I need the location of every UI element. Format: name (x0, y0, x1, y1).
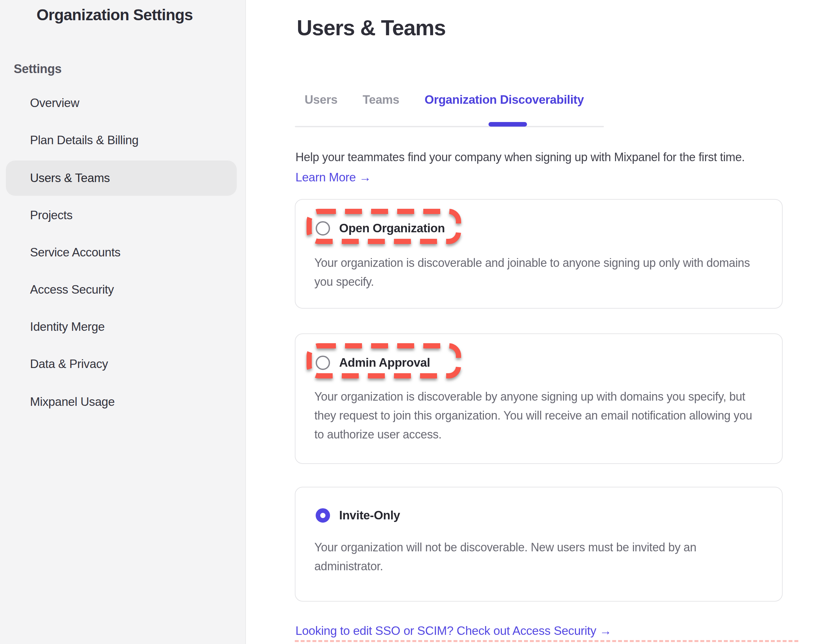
sidebar-item-users-teams[interactable]: Users & Teams (6, 161, 237, 196)
sidebar-item-label: Overview (30, 96, 79, 110)
radio-unselected-icon[interactable] (316, 221, 330, 236)
sidebar-item-plan-details-billing[interactable]: Plan Details & Billing (6, 123, 237, 158)
tab-teams[interactable]: Teams (363, 93, 399, 107)
option-description: Your organization will not be discoverab… (314, 538, 758, 576)
sidebar-section-label: Settings (14, 62, 62, 77)
access-security-link[interactable]: Looking to edit SSO or SCIM? Check out A… (295, 624, 612, 638)
sidebar-item-projects[interactable]: Projects (6, 198, 237, 233)
sidebar-item-label: Mixpanel Usage (30, 395, 115, 409)
sidebar-item-label: Users & Teams (30, 171, 110, 185)
sidebar-item-overview[interactable]: Overview (6, 86, 237, 121)
option-card-invite-only: Invite-Only Your organization will not b… (295, 487, 783, 602)
option-label: Open Organization (339, 221, 445, 236)
radio-selected-icon[interactable] (316, 508, 330, 523)
tab-organization-discoverability[interactable]: Organization Discoverability (424, 93, 584, 107)
sidebar-item-label: Projects (30, 208, 72, 222)
intro-text: Help your teammates find your company wh… (295, 151, 827, 164)
cropped-annotation-edge (295, 640, 798, 642)
option-card-open-organization: Open Organization Your organization is d… (295, 199, 783, 309)
sidebar-item-service-accounts[interactable]: Service Accounts (6, 235, 237, 270)
sidebar-item-label: Service Accounts (30, 245, 120, 260)
page-title: Users & Teams (297, 16, 445, 41)
option-description: Your organization is discoverable by any… (314, 388, 758, 444)
sidebar-item-mixpanel-usage[interactable]: Mixpanel Usage (6, 384, 237, 419)
radio-option-invite-only[interactable]: Invite-Only (316, 508, 400, 523)
option-description: Your organization is discoverable and jo… (314, 254, 758, 292)
sidebar-item-data-privacy[interactable]: Data & Privacy (6, 347, 237, 382)
sidebar: Organization Settings Settings Overview … (0, 0, 246, 644)
option-label: Admin Approval (339, 356, 430, 370)
sidebar-item-label: Access Security (30, 283, 114, 297)
sidebar-item-label: Identity Merge (30, 320, 105, 334)
tab-users[interactable]: Users (304, 93, 337, 107)
radio-option-admin-approval[interactable]: Admin Approval (316, 356, 430, 370)
sidebar-title: Organization Settings (36, 6, 193, 24)
active-tab-indicator (488, 122, 527, 127)
option-card-admin-approval: Admin Approval Your organization is disc… (295, 333, 783, 464)
option-label: Invite-Only (339, 508, 400, 523)
sidebar-item-label: Plan Details & Billing (30, 133, 139, 147)
sidebar-item-access-security[interactable]: Access Security (6, 272, 237, 307)
sidebar-item-label: Data & Privacy (30, 357, 108, 371)
organization-settings-page: Organization Settings Settings Overview … (0, 0, 827, 644)
learn-more-link[interactable]: Learn More → (295, 170, 371, 184)
tab-underline-track (295, 126, 604, 127)
radio-unselected-icon[interactable] (316, 356, 330, 370)
radio-option-open-organization[interactable]: Open Organization (316, 221, 445, 236)
sidebar-item-identity-merge[interactable]: Identity Merge (6, 309, 237, 344)
